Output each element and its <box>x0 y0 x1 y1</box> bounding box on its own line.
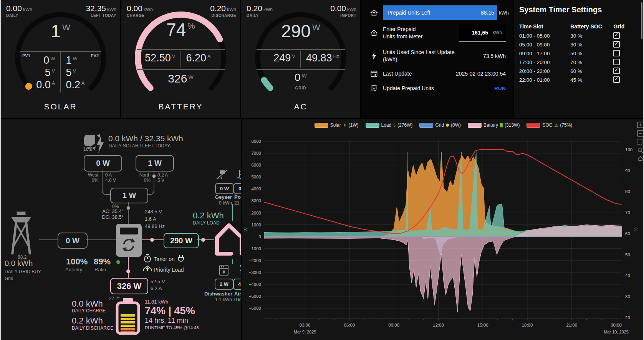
sun-icon: ☀ <box>343 123 347 128</box>
battery-temp: 27.2° <box>109 296 120 301</box>
ac-title: AC <box>241 102 360 111</box>
bottom-row: 0 W 1 W 1 W 0 W 290 W 326 W 0 W 0 W 2 W … <box>1 119 644 340</box>
pool-name: Pool <box>234 194 241 200</box>
magnifier-button[interactable] <box>637 147 644 153</box>
aircon-power-box: 4 W <box>233 279 241 290</box>
prepaid-units-left-label: Prepaid Units Left <box>383 10 481 16</box>
ac-divider-top <box>257 49 345 50</box>
solar-summary-caption: DAILY SOLAR / LEFT TODAY <box>109 143 170 149</box>
ratio-label: Ratio <box>94 267 106 272</box>
prepaid-units-input[interactable]: 161,65 kWh <box>459 24 506 42</box>
legend-item-grid[interactable]: Grid(0W) <box>419 122 461 128</box>
svg-text:18:00: 18:00 <box>522 323 533 327</box>
svg-text:50: 50 <box>625 253 630 257</box>
grid-tower-icon <box>12 212 31 254</box>
zoom-in-button[interactable] <box>637 122 644 128</box>
daily-charge-caption: DAILY CHARGE <box>72 308 106 314</box>
svg-text:1000: 1000 <box>251 223 261 227</box>
pv-amps-row: 0.0A 0.2A <box>1 79 120 91</box>
solar-title: SOLAR <box>1 102 120 111</box>
svg-text:100: 100 <box>625 147 632 152</box>
reset-home-button[interactable] <box>637 155 644 162</box>
legend-swatch <box>366 123 379 128</box>
pool-icon <box>237 170 241 179</box>
svg-text:−4000: −4000 <box>249 282 261 287</box>
grid-checkbox[interactable] <box>613 76 620 83</box>
last-update-value: 2025-02-02 23:00:54 <box>456 71 513 77</box>
grid-daily-value: 0.0 kWh <box>5 259 33 268</box>
legend-swatch <box>468 123 482 128</box>
svg-text:5000: 5000 <box>251 175 261 179</box>
pv-watts-row: 0W 1W <box>1 54 120 66</box>
svg-text:Mar 10, 2025: Mar 10, 2025 <box>604 330 629 334</box>
pv-north-box: 1 W <box>136 155 174 172</box>
timer-row: 20:00 - 22:0060 % <box>519 67 636 76</box>
daily-discharge-value: 0.2 kWh <box>72 316 103 326</box>
grid-checkbox[interactable] <box>613 32 620 39</box>
grid-checkbox[interactable] <box>613 59 620 65</box>
svg-text:W: W <box>243 227 248 231</box>
pool-power-box: 0 W <box>233 183 241 194</box>
legend-swatch <box>419 123 433 128</box>
battery-gauge-panel: 0.00kWh CHARGE 0.20kWh DISCHARGE 74% 52.… <box>121 0 240 118</box>
grid-checkbox[interactable] <box>613 41 620 48</box>
grid-checkbox[interactable] <box>613 50 620 56</box>
solar-summary: 0.0 kWh / 32.35 kWh <box>108 134 183 143</box>
grid-power-box: 0 W <box>58 233 88 249</box>
prepaid-units-left-row[interactable]: Prepaid Units Left 88.15 kWh <box>361 5 513 20</box>
run-button[interactable]: RUN <box>494 86 506 91</box>
svg-text:2000: 2000 <box>251 211 261 215</box>
last-update-row: Last Update 2025-02-02 23:00:54 <box>361 68 513 80</box>
pv-west-electrics: 0 A4.6 V <box>105 172 116 183</box>
script-icon <box>370 84 378 92</box>
grid-checkbox[interactable] <box>613 68 620 74</box>
ac-grid-power: 0W <box>241 71 360 84</box>
prepaid-units-left-bar[interactable]: Prepaid Units Left 88.15 <box>383 5 497 20</box>
svg-text:4000: 4000 <box>251 187 261 191</box>
battery-divider-bottom <box>137 69 225 70</box>
timer-title: System Timer Settings <box>519 5 602 14</box>
svg-text:15:00: 15:00 <box>477 323 488 327</box>
daily-charge-value: 0.0 kWh <box>72 299 103 309</box>
legend-item-soc[interactable]: SOC⚠(75%) <box>526 122 572 128</box>
pv-combined-box: 1 W <box>110 188 148 203</box>
svg-text:09:00: 09:00 <box>388 323 399 327</box>
home-icon <box>370 29 378 37</box>
daily-load-caption: DAILY LOAD <box>193 220 220 226</box>
svg-text:−1000: −1000 <box>249 246 261 251</box>
legend-swatch <box>315 123 328 128</box>
energy-chart[interactable]: −6000−5000−4000−3000−2000−10000100020003… <box>242 130 637 339</box>
home-icon <box>370 8 378 17</box>
battery-icon <box>117 298 139 333</box>
legend-item-battery[interactable]: Battery(313W) <box>468 122 520 128</box>
daily-load-value: 0.2 kWh <box>193 211 224 221</box>
lightning-icon <box>370 52 378 60</box>
power-flow-panel: 0 W 1 W 1 W 0 W 290 W 326 W 0 W 0 W 2 W … <box>1 119 241 340</box>
units-used-row: Units Used Since Last Update(kWh) 73.5 k… <box>361 48 513 64</box>
selection-zoom-button[interactable] <box>637 139 644 145</box>
timer-header-row: Time SlotBattery SOCGrid <box>519 21 636 31</box>
timer-status[interactable]: Timer on <box>154 256 175 262</box>
svg-text:−5000: −5000 <box>249 294 261 299</box>
zoom-out-button[interactable] <box>637 130 644 137</box>
aircon-name: Aircon <box>234 291 241 297</box>
priority-load-label[interactable]: Priority Load <box>154 267 184 273</box>
scrollbar[interactable] <box>641 2 642 39</box>
svg-text:−2000: −2000 <box>249 258 261 263</box>
prepaid-input-unit: kWh <box>493 30 502 35</box>
svg-text:60: 60 <box>625 231 630 236</box>
prepaid-input-value: 161,65 <box>472 30 488 36</box>
svg-text:70: 70 <box>625 210 630 215</box>
svg-text:00:00: 00:00 <box>611 323 622 327</box>
legend-item-load[interactable]: Loadϟ(276W) <box>366 122 413 128</box>
aircon-text: A/C <box>240 271 241 275</box>
legend-item-solar[interactable]: Solar☀(1W) <box>315 122 359 128</box>
battery-title: BATTERY <box>121 102 240 111</box>
geyser-icon <box>217 170 227 179</box>
svg-text:06:00: 06:00 <box>344 323 355 327</box>
geyser-info: 0 kWh <box>208 200 232 206</box>
battery-soc-pair: 74% | 45% <box>145 305 195 317</box>
inverter-temps: AC: 35.4°DC: 38.5° <box>93 208 124 220</box>
svg-text:8000: 8000 <box>251 139 261 144</box>
flow-connectors <box>1 119 241 340</box>
